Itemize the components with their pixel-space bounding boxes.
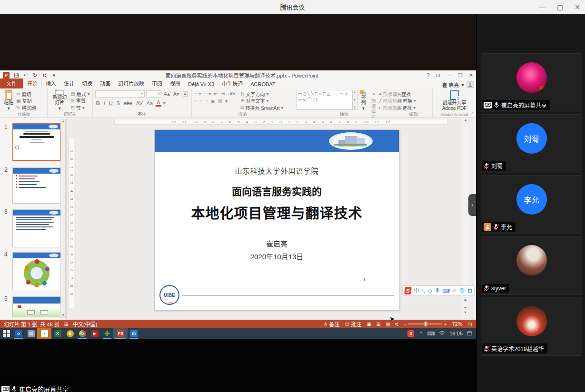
tab-design[interactable]: 设计 [60,78,78,88]
save-icon[interactable] [13,72,19,78]
justify-icon[interactable]: ≣ [211,98,215,104]
taskbar-app-blue[interactable]: m [128,328,140,339]
ime-voice-icon[interactable] [435,287,440,294]
clear-formatting-button[interactable]: 🄰 [182,90,189,98]
ime-indicator-icon[interactable]: ⌨ [427,331,435,337]
fit-to-window-icon[interactable]: ◳ [468,322,472,327]
bullets-icon[interactable]: ≔▾ [194,91,201,96]
align-text-button[interactable]: ⊞对齐文本 ▾ [240,98,283,104]
underline-button[interactable]: U [108,100,114,106]
tab-niutrans[interactable]: 小牛快译 [218,78,247,88]
sogou-ime-toolbar[interactable]: S 中 °, ☺ ⌨ ✍ 👕 ⊞ [402,285,475,296]
taskbar-powerpoint[interactable]: P3 [113,328,128,339]
slide-thumbnail-4[interactable] [12,252,61,290]
layout-button[interactable]: ▤版式 ▾ [70,90,89,97]
tab-slideshow[interactable]: 幻灯片放映 [114,78,148,88]
participant-tile-zhaoyuehua[interactable]: 英语学术2019赵越华 [481,297,582,356]
zoom-level[interactable]: 72% [452,321,463,327]
thumbnail-scrollbar[interactable]: ▲ ▼ [60,119,66,318]
qat-customize-dropdown-icon[interactable]: ▾ [51,72,57,78]
columns-icon[interactable]: ▥ [218,98,222,104]
account-menu[interactable]: 崔 启亮 ▾ [442,81,476,88]
text-shadow-button[interactable]: S [116,100,121,106]
wifi-icon[interactable] [439,331,445,337]
italic-button[interactable]: I [103,100,106,106]
ime-keyboard-icon[interactable]: ⌨ [442,288,450,294]
participant-tile-liushu[interactable]: 刘蜀 刘蜀 [481,114,582,173]
notification-center-icon[interactable]: 🗔 [467,331,472,336]
slideshow-view-icon[interactable]: ⑆ [396,322,398,327]
shrink-font-button[interactable]: A▾ [172,91,180,97]
ime-punctuation-icon[interactable]: °, [421,288,425,294]
participant-tile-siyver[interactable]: siyver [481,236,582,295]
maximize-icon[interactable]: ▢ [557,3,563,11]
tab-acrobat[interactable]: ACROBAT [247,80,279,88]
panel-collapse-handle[interactable]: › [468,194,476,216]
ime-language-icon[interactable]: 中 [414,288,419,294]
redo-icon[interactable]: ↻ [32,72,38,78]
zoom-in-icon[interactable]: + [444,321,446,327]
tab-animations[interactable]: 动画 [96,78,114,88]
grow-font-button[interactable]: A▴ [163,91,171,97]
select-button[interactable]: ▷选择 ▾ [397,104,430,111]
language-indicator[interactable]: 中文(中国) [73,320,97,328]
ime-toolbox-icon[interactable]: ⊞ [468,288,472,294]
tab-file[interactable]: 文件 [0,78,23,88]
ppt-close-icon[interactable]: ✕ [469,72,473,78]
start-slideshow-icon[interactable]: ⑆ [41,72,48,78]
create-pdf-button[interactable]: 创建并共享 Adobe PDF [441,90,468,111]
replace-button[interactable]: ⇄替换 ▾ [397,98,430,104]
zoom-slider[interactable]: − + [404,321,447,327]
normal-view-icon[interactable]: ▣ [367,322,371,327]
zoom-out-icon[interactable]: − [404,321,407,327]
participant-tile-liyun[interactable]: 李允 李允 [481,175,582,234]
taskbar-outlook[interactable]: o [12,328,25,339]
tab-home[interactable]: 开始 [23,78,42,88]
notes-button[interactable]: ≜ 备注 [324,320,339,328]
close-icon[interactable]: ✕ [575,3,580,11]
convert-smartart-button[interactable]: ⧉转换为 SmartArt ▾ [240,104,283,111]
shape-gallery-scroll[interactable]: ▲▼⊽ [353,90,357,110]
copy-button[interactable]: ▣复制 [16,98,36,104]
tab-transitions[interactable]: 切换 [78,78,96,88]
font-name-combo[interactable]: ▾ [95,90,145,98]
align-center-icon[interactable]: ≡ [199,98,202,104]
paste-button[interactable]: 粘贴▾ [2,90,15,111]
taskbar-pdf[interactable]: ▶ [89,328,101,339]
sogou-logo-icon[interactable]: S [404,287,412,294]
clock[interactable]: 19:05 [449,331,463,336]
zoom-slider-thumb[interactable] [425,322,426,326]
change-case-button[interactable]: Aa [146,100,154,106]
ime-handwriting-icon[interactable]: ✍ [452,288,456,294]
scroll-down-icon[interactable]: ▼ [61,314,65,317]
taskbar-excel[interactable]: X [51,328,64,339]
font-size-combo[interactable]: ▾ [146,90,161,98]
increase-indent-icon[interactable]: ⇥ [221,91,225,96]
minimize-icon[interactable]: — [539,3,545,11]
participant-tile-sharer[interactable]: ★ 崔启亮的屏幕共享 [481,53,582,112]
new-slide-button[interactable]: 新建幻灯片▾ [50,90,69,111]
ime-emoji-icon[interactable]: ☺ [427,288,433,294]
slide-thumbnail-3[interactable] [12,209,61,247]
slide-thumbnail-2[interactable] [12,167,61,204]
line-spacing-icon[interactable]: ↕≡▾ [228,91,235,96]
slide-canvas[interactable]: 山东科技大学外国语学院 面向语言服务实践的 本地化项目管理与翻译技术 崔启亮 2… [155,130,399,310]
tab-dejavu[interactable]: Déjà Vu X3 [184,80,218,88]
cut-button[interactable]: ✂剪切 [16,90,36,97]
tab-insert[interactable]: 插入 [42,78,60,88]
undo-icon[interactable]: ↶ [22,72,29,78]
numbering-icon[interactable]: ≕▾ [204,91,211,96]
tab-review[interactable]: 审阅 [148,78,166,88]
taskbar-tencent-meeting[interactable]: ◗ [37,328,51,339]
char-spacing-button[interactable]: AV [135,100,144,106]
taskbar-app-yellow[interactable]: ♛ [64,328,76,339]
ppt-restore-icon[interactable]: ❐ [458,72,463,78]
comments-button[interactable]: 🗩 批注 [345,320,361,328]
text-direction-button[interactable]: ⇅文字方向 ▾ [240,90,283,97]
section-button[interactable]: ⊟节 ▾ [70,104,89,111]
scroll-up-icon[interactable]: ▲ [61,119,65,123]
next-slide-icon[interactable]: ⏷⏷ [464,305,466,315]
start-button[interactable] [0,328,12,339]
ime-skin-icon[interactable]: 👕 [459,288,466,294]
ppt-help-icon[interactable]: ? [427,72,430,78]
